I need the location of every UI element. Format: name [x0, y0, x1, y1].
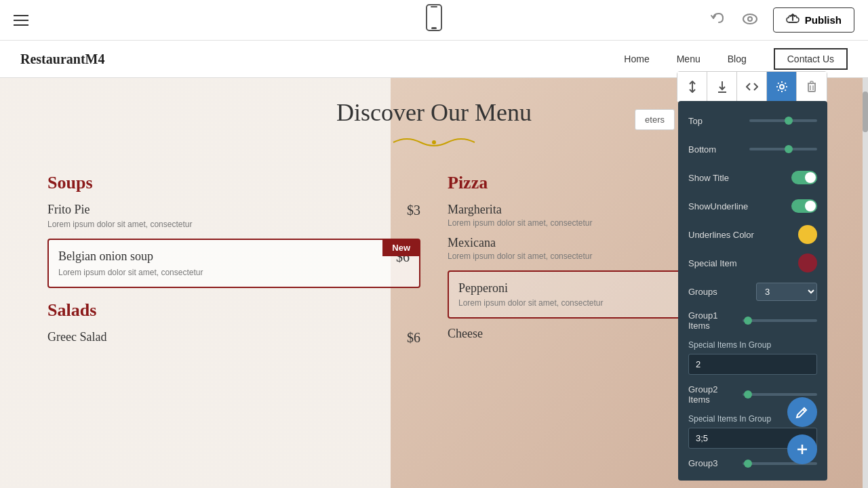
show-underline-label: ShowUnderline — [688, 201, 791, 211]
group1-slider[interactable] — [743, 319, 817, 322]
svg-rect-1 — [431, 27, 437, 29]
bottom-slider[interactable] — [749, 148, 817, 150]
special-items-label-1: Special Items In Group — [688, 340, 817, 350]
parameters-button[interactable]: eters — [635, 109, 675, 130]
setting-groups: Groups 31245 — [688, 282, 817, 301]
svg-rect-0 — [427, 5, 441, 30]
publish-button[interactable]: Publish — [773, 7, 854, 33]
group1-items-label: Group1 Items — [688, 310, 736, 331]
topbar: Publish — [0, 0, 868, 41]
svg-point-3 — [743, 14, 757, 24]
add-fab-button[interactable] — [787, 434, 817, 464]
hamburger-icon[interactable] — [14, 15, 28, 26]
cloud-upload-icon — [786, 14, 800, 26]
edit-fab-button[interactable] — [787, 397, 817, 427]
greec-salad-item: Greec Salad $6 — [47, 330, 420, 346]
phone-icon[interactable] — [425, 4, 443, 36]
nav-contact[interactable]: Contact Us — [774, 48, 848, 70]
setting-underlines-color: Underlines Color — [688, 225, 817, 244]
svg-point-4 — [748, 17, 752, 21]
special-item-label: Special Item — [688, 258, 798, 268]
top-label: Top — [688, 116, 744, 126]
special-items-input-1[interactable] — [688, 354, 817, 375]
toolbar-download-btn[interactable] — [707, 72, 737, 102]
toolbar-code-btn[interactable] — [737, 72, 767, 102]
nav-menu[interactable]: Menu — [677, 54, 701, 64]
undo-icon[interactable] — [708, 9, 727, 32]
nav-blog[interactable]: Blog — [728, 54, 747, 64]
nav-home[interactable]: Home — [624, 54, 649, 64]
show-title-toggle[interactable] — [791, 171, 817, 184]
new-badge: New — [382, 239, 420, 256]
nav-links: Home Menu Blog Contact Us — [624, 48, 848, 70]
groups-label: Groups — [688, 287, 756, 297]
special-item-color-swatch[interactable] — [798, 253, 817, 272]
show-title-label: Show Title — [688, 173, 791, 183]
groups-select[interactable]: 31245 — [756, 283, 817, 301]
left-column: Soups Frito Pie $3 Lorem ipsum dolor sit… — [34, 173, 434, 351]
frito-pie-price: $3 — [407, 203, 420, 218]
topbar-right: Publish — [708, 7, 854, 33]
toolbar-settings-btn[interactable] — [767, 72, 797, 102]
topbar-center — [425, 4, 443, 36]
publish-label: Publish — [805, 14, 842, 26]
setting-top: Top — [688, 111, 817, 130]
group3-label: Group3 — [688, 458, 736, 468]
setting-group1-items: Group1 Items — [688, 310, 817, 331]
setting-show-underline: ShowUnderline — [688, 197, 817, 216]
scrollbar-thumb[interactable] — [863, 92, 868, 132]
setting-bottom: Bottom — [688, 140, 817, 159]
special-items-group1: Special Items In Group — [688, 340, 817, 384]
salads-category: Salads — [47, 300, 420, 321]
bottom-label: Bottom — [688, 144, 744, 155]
frito-pie-item: Frito Pie $3 Lorem ipsum dolor sit amet,… — [47, 203, 420, 229]
topbar-left — [14, 15, 28, 26]
group2-slider[interactable] — [743, 393, 817, 396]
svg-rect-10 — [808, 83, 815, 92]
parameters-area: eters — [635, 109, 675, 130]
frito-pie-name: Frito Pie — [47, 203, 90, 217]
svg-point-13 — [432, 140, 436, 144]
greec-salad-name: Greec Salad — [47, 330, 106, 344]
belgian-soup-card: New Belgian onion soup $6 Lorem ipsum do… — [47, 239, 420, 288]
underlines-color-label: Underlines Color — [688, 230, 798, 240]
setting-show-title: Show Title — [688, 168, 817, 187]
svg-point-9 — [780, 85, 784, 89]
show-underline-toggle[interactable] — [791, 199, 817, 213]
group2-items-label: Group2 Items — [688, 384, 736, 405]
soups-category: Soups — [47, 173, 420, 193]
settings-toolbar — [677, 71, 827, 102]
scrollbar-track — [863, 78, 868, 488]
svg-rect-2 — [431, 6, 437, 7]
belgian-soup-name: Belgian onion soup — [58, 249, 153, 264]
top-slider[interactable] — [749, 119, 817, 122]
setting-special-item: Special Item — [688, 253, 817, 272]
belgian-soup-desc: Lorem ipsum dolor sit amet, consectetur — [58, 268, 410, 277]
toolbar-delete-btn[interactable] — [797, 72, 827, 102]
greec-salad-price: $6 — [407, 330, 420, 346]
svg-line-14 — [803, 409, 805, 411]
brand-logo: RestaurantM4 — [20, 52, 104, 67]
toolbar-move-btn[interactable] — [677, 72, 707, 102]
preview-icon[interactable] — [741, 9, 760, 31]
frito-pie-desc: Lorem ipsum dolor sit amet, consectetur — [47, 220, 420, 229]
underlines-color-swatch[interactable] — [798, 225, 817, 244]
